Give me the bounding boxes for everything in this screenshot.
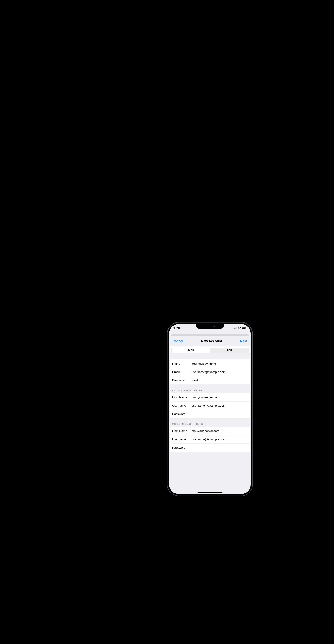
label-email: Email	[172, 370, 191, 374]
label-name: Name	[172, 362, 191, 366]
home-indicator[interactable]	[198, 492, 222, 493]
row-description[interactable]: Description	[172, 376, 250, 384]
outgoing-header: OUTGOING MAIL SERVER	[170, 418, 250, 427]
row-outgoing-host[interactable]: Host Name	[170, 427, 250, 435]
outgoing-group: Host Name Username Password	[170, 427, 250, 452]
row-outgoing-password[interactable]: Password	[172, 444, 250, 452]
label-incoming-host: Host Name	[172, 396, 191, 399]
segment-imap[interactable]: IMAP	[172, 348, 210, 353]
phone-frame: 9:28	[167, 322, 253, 496]
label-outgoing-username: Username	[172, 438, 191, 441]
sheet-navbar: Cancel New Account Next	[170, 336, 250, 346]
input-email[interactable]	[191, 370, 250, 374]
cancel-button[interactable]: Cancel	[172, 340, 183, 343]
row-outgoing-username[interactable]: Username	[172, 435, 250, 444]
row-incoming-password[interactable]: Password	[172, 410, 250, 418]
status-time: 9:28	[174, 326, 180, 330]
segment-pop[interactable]: POP	[210, 348, 248, 353]
front-camera-icon	[214, 325, 216, 327]
label-outgoing-host: Host Name	[172, 429, 191, 433]
label-description: Description	[172, 379, 191, 382]
svg-rect-0	[234, 329, 234, 330]
svg-rect-2	[235, 328, 236, 330]
notch	[196, 324, 224, 329]
input-outgoing-password[interactable]	[191, 446, 250, 450]
input-description[interactable]	[191, 378, 250, 382]
below-spacer	[170, 452, 250, 468]
svg-point-4	[239, 329, 240, 330]
row-email[interactable]: Email	[172, 368, 250, 376]
input-outgoing-username[interactable]	[191, 438, 250, 441]
section-spacer	[170, 353, 250, 360]
incoming-group: Host Name Username Password	[170, 393, 250, 418]
protocol-segmented-control[interactable]: IMAP POP	[171, 348, 248, 353]
label-incoming-password: Password	[172, 412, 191, 416]
next-button[interactable]: Next	[240, 340, 248, 343]
input-incoming-host[interactable]	[191, 396, 250, 399]
input-incoming-password[interactable]	[191, 412, 250, 416]
row-incoming-host[interactable]: Host Name	[170, 393, 250, 402]
side-button-silent	[166, 358, 167, 363]
svg-rect-7	[246, 328, 246, 329]
input-incoming-username[interactable]	[191, 404, 250, 408]
row-name[interactable]: Name	[170, 360, 250, 368]
new-account-sheet: Cancel New Account Next IMAP POP	[170, 336, 250, 493]
input-outgoing-host[interactable]	[191, 429, 250, 433]
label-incoming-username: Username	[172, 404, 191, 408]
side-button-power	[253, 372, 253, 388]
side-button-volume-up	[166, 368, 167, 379]
svg-rect-6	[242, 328, 245, 329]
cellular-signal-icon	[234, 327, 237, 330]
input-name[interactable]	[191, 362, 250, 366]
svg-rect-3	[236, 327, 237, 330]
sheet-title: New Account	[201, 340, 222, 343]
label-outgoing-password: Password	[172, 446, 191, 450]
incoming-header: INCOMING MAIL SERVER	[170, 384, 250, 393]
row-incoming-username[interactable]: Username	[172, 402, 250, 410]
side-button-volume-down	[166, 382, 167, 392]
account-info-group: Name Email Description	[170, 360, 250, 384]
wifi-icon	[238, 327, 241, 330]
svg-rect-1	[234, 328, 235, 330]
battery-icon	[242, 327, 246, 330]
